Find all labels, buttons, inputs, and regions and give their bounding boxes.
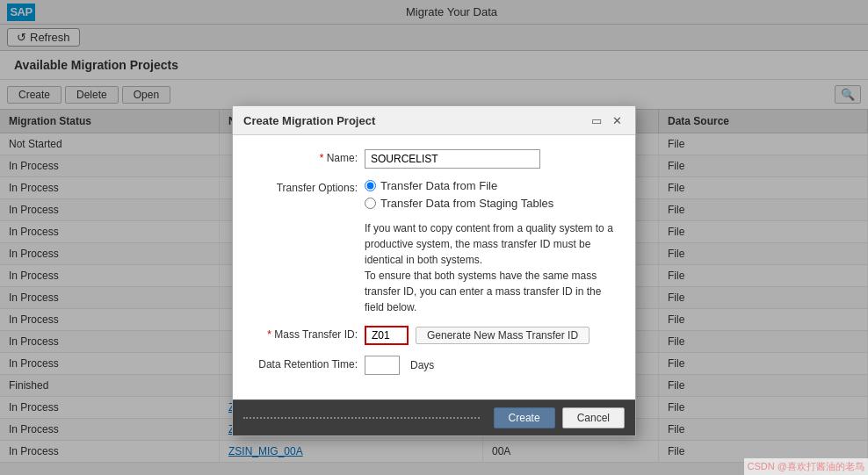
radio-file-input[interactable] bbox=[365, 180, 376, 191]
mass-transfer-label: Mass Transfer ID: bbox=[250, 326, 365, 341]
dialog-overlay: Create Migration Project ▭ ✕ Name: bbox=[0, 0, 868, 475]
transfer-options-label: Transfer Options: bbox=[250, 179, 365, 194]
radio-staging-input[interactable] bbox=[365, 198, 376, 209]
days-label: Days bbox=[410, 359, 434, 371]
mass-transfer-input[interactable] bbox=[365, 326, 409, 345]
data-retention-control: Days bbox=[365, 356, 618, 375]
dialog-title: Create Migration Project bbox=[243, 114, 375, 127]
watermark: CSDN @喜欢打酱油的老鸟 bbox=[744, 458, 868, 475]
dialog-header: Create Migration Project ▭ ✕ bbox=[233, 106, 635, 135]
transfer-options-control: Transfer Data from File Transfer Data fr… bbox=[365, 179, 618, 210]
data-retention-input[interactable] bbox=[365, 356, 400, 375]
minimize-icon: ▭ bbox=[591, 114, 602, 127]
transfer-options-row: Transfer Options: Transfer Data from Fil… bbox=[250, 179, 618, 210]
name-control bbox=[365, 149, 618, 169]
radio-transfer-staging[interactable]: Transfer Data from Staging Tables bbox=[365, 197, 618, 210]
generate-button[interactable]: Generate New Mass Transfer ID bbox=[416, 327, 590, 344]
name-input[interactable] bbox=[365, 149, 540, 169]
create-migration-dialog: Create Migration Project ▭ ✕ Name: bbox=[232, 105, 636, 436]
data-retention-row: Data Retention Time: Days bbox=[250, 356, 618, 375]
name-row: Name: bbox=[250, 149, 618, 169]
name-label: Name: bbox=[250, 149, 365, 164]
close-icon: ✕ bbox=[612, 114, 622, 127]
dialog-close-button[interactable]: ✕ bbox=[610, 113, 625, 127]
radio-transfer-file[interactable]: Transfer Data from File bbox=[365, 179, 618, 192]
mass-transfer-row: Mass Transfer ID: Generate New Mass Tran… bbox=[250, 326, 618, 345]
mass-transfer-control: Generate New Mass Transfer ID bbox=[365, 326, 618, 345]
dialog-controls: ▭ ✕ bbox=[589, 113, 625, 127]
dialog-footer: Create Cancel bbox=[233, 399, 635, 435]
dialog-cancel-button[interactable]: Cancel bbox=[562, 407, 625, 428]
info-text: If you want to copy content from a quali… bbox=[250, 220, 618, 315]
dialog-create-button[interactable]: Create bbox=[494, 407, 555, 428]
dialog-minimize-button[interactable]: ▭ bbox=[589, 113, 604, 127]
dotted-indicator bbox=[243, 417, 480, 419]
data-retention-label: Data Retention Time: bbox=[250, 356, 365, 371]
dialog-body: Name: Transfer Options: Transfer Data fr… bbox=[233, 135, 635, 399]
